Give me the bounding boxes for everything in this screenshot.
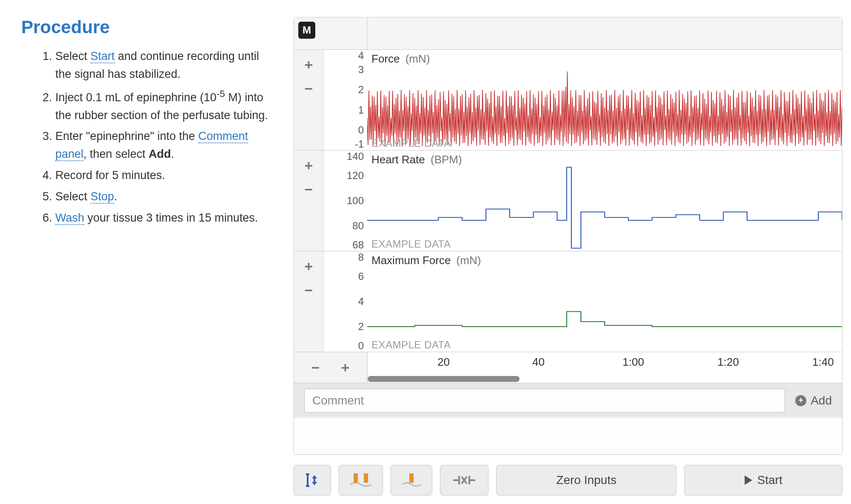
step-1-text-pre: Select xyxy=(55,50,91,63)
time-axis-row: − + 20401:001:201:40 xyxy=(294,352,842,383)
ytick: 140 xyxy=(347,151,364,162)
ytick: 4 xyxy=(358,50,364,62)
comment-add-button[interactable]: + Add xyxy=(795,394,832,407)
time-tick: 1:20 xyxy=(717,356,739,369)
zero-inputs-button[interactable]: Zero Inputs xyxy=(496,465,677,495)
time-scrollbar-thumb[interactable] xyxy=(368,376,520,382)
ytick: 1 xyxy=(358,104,364,116)
step-5-text-pre: Select xyxy=(55,190,91,203)
time-tick: 40 xyxy=(532,356,545,369)
marker-single-button[interactable] xyxy=(391,465,432,495)
ytick: 4 xyxy=(358,296,364,308)
step-6-text-post: your tissue 3 times in 15 minutes. xyxy=(84,211,258,224)
channel-max-force-plot[interactable]: Maximum Force (mN) EXAMPLE DATA xyxy=(367,251,842,352)
svg-rect-0 xyxy=(354,473,358,483)
channel-force-trace xyxy=(367,50,842,150)
time-tick: 1:00 xyxy=(623,356,644,369)
step-5-link-stop[interactable]: Stop xyxy=(91,190,114,204)
channel-max-force-watermark: EXAMPLE DATA xyxy=(371,339,451,351)
step-5: Select Stop. xyxy=(55,188,277,206)
start-button[interactable]: Start xyxy=(684,465,842,495)
ytick: 68 xyxy=(352,239,364,251)
start-label: Start xyxy=(757,473,782,487)
channel-heart-rate-watermark: EXAMPLE DATA xyxy=(371,238,451,250)
time-zoom-in[interactable]: + xyxy=(341,360,350,375)
ytick: 3 xyxy=(358,64,364,76)
step-3-tail: . xyxy=(171,148,174,160)
channel-force-plot[interactable]: Force (mN) EXAMPLE DATA xyxy=(367,50,842,150)
channel-heart-rate-zoom-in[interactable]: + xyxy=(305,158,313,173)
channel-force-zoom-out[interactable]: − xyxy=(305,81,313,96)
step-6-link-wash[interactable]: Wash xyxy=(55,211,84,225)
ytick: 0 xyxy=(358,340,364,352)
channel-heart-rate-plot[interactable]: Heart Rate (BPM) EXAMPLE DATA xyxy=(367,151,842,251)
channel-max-force-zoom-in[interactable]: + xyxy=(305,259,313,273)
channel-heart-rate-yaxis: 1401201008068 xyxy=(324,151,367,251)
marker-chip[interactable]: M xyxy=(298,22,315,39)
time-tick: 1:40 xyxy=(812,356,834,369)
channel-heart-rate-zoom-out[interactable]: − xyxy=(305,182,313,196)
channel-max-force-title: Maximum Force (mN) xyxy=(371,254,481,267)
ytick: 2 xyxy=(358,321,364,333)
step-3: Enter "epinephrine" into the Comment pan… xyxy=(55,128,277,163)
plus-circle-icon: + xyxy=(795,395,806,406)
comment-panel: + Add xyxy=(294,383,842,418)
channel-heart-rate: + − 1401201008068 Heart Rate (BPM) EXAMP… xyxy=(294,151,842,251)
comment-add-label: Add xyxy=(811,394,832,407)
step-4: Record for 5 minutes. xyxy=(55,167,277,185)
ytick: 120 xyxy=(347,170,364,182)
step-1: Select Start and continue recording unti… xyxy=(55,48,277,83)
channel-force-zoom-col: + − xyxy=(294,50,324,150)
step-6: Wash your tissue 3 times in 15 minutes. xyxy=(55,209,277,227)
clip-button[interactable] xyxy=(440,465,488,495)
step-2: Inject 0.1 mL of epinephrine (10-5 M) in… xyxy=(55,87,277,125)
marker-column: M xyxy=(294,17,367,49)
svg-rect-1 xyxy=(364,473,368,483)
ytick: 6 xyxy=(358,271,364,282)
step-1-link-start[interactable]: Start xyxy=(91,50,115,63)
channel-force-title: Force (mN) xyxy=(371,52,430,65)
channel-max-force: + − 86420 Maximum Force (mN) EXAMPLE DAT… xyxy=(294,251,842,352)
marker-range-button[interactable] xyxy=(339,465,383,495)
step-3-bold-add: Add xyxy=(148,148,171,160)
step-3-text-post: , then select xyxy=(83,148,148,160)
chart-frame: M + − 43210-1 Force (mN) EXAMPLE DATA xyxy=(294,17,842,455)
ytick: -1 xyxy=(355,138,364,150)
comment-input[interactable] xyxy=(304,389,785,413)
time-zoom-out[interactable]: − xyxy=(311,360,320,375)
step-3-text-pre: Enter "epinephrine" into the xyxy=(55,130,198,142)
channel-force: + − 43210-1 Force (mN) EXAMPLE DATA xyxy=(294,50,842,151)
channel-heart-rate-title: Heart Rate (BPM) xyxy=(371,153,462,166)
clip-icon xyxy=(451,473,477,487)
channel-force-zoom-in[interactable]: + xyxy=(305,57,313,72)
bottom-toolbar: Zero Inputs Start xyxy=(294,465,842,495)
svg-rect-2 xyxy=(409,473,414,483)
time-axis[interactable]: 20401:001:201:40 xyxy=(367,352,842,383)
channel-heart-rate-zoom-col: + − xyxy=(294,151,324,251)
marker-range-icon xyxy=(350,472,371,489)
ytick: 2 xyxy=(358,84,364,96)
autoscale-button[interactable] xyxy=(294,465,331,495)
marker-bar: M xyxy=(294,17,842,50)
channel-max-force-zoom-col: + − xyxy=(294,251,324,352)
channel-max-force-zoom-out[interactable]: − xyxy=(305,283,313,297)
time-tick: 20 xyxy=(437,356,450,369)
ytick: 8 xyxy=(358,251,364,263)
channel-max-force-yaxis: 86420 xyxy=(324,251,367,352)
play-icon xyxy=(745,476,752,485)
time-zoom-col: − + xyxy=(294,352,367,383)
marker-single-icon xyxy=(402,472,421,489)
procedure-steps-list: Select Start and continue recording unti… xyxy=(21,48,277,227)
ytick: 0 xyxy=(358,124,364,136)
step-5-text-post: . xyxy=(114,190,117,203)
ytick: 100 xyxy=(347,195,364,207)
channel-force-watermark: EXAMPLE DATA xyxy=(371,137,451,149)
procedure-title: Procedure xyxy=(21,17,277,37)
zero-inputs-label: Zero Inputs xyxy=(556,473,617,487)
autoscale-icon xyxy=(305,472,320,489)
ytick: 80 xyxy=(352,220,364,232)
channel-force-yaxis: 43210-1 xyxy=(324,50,367,150)
